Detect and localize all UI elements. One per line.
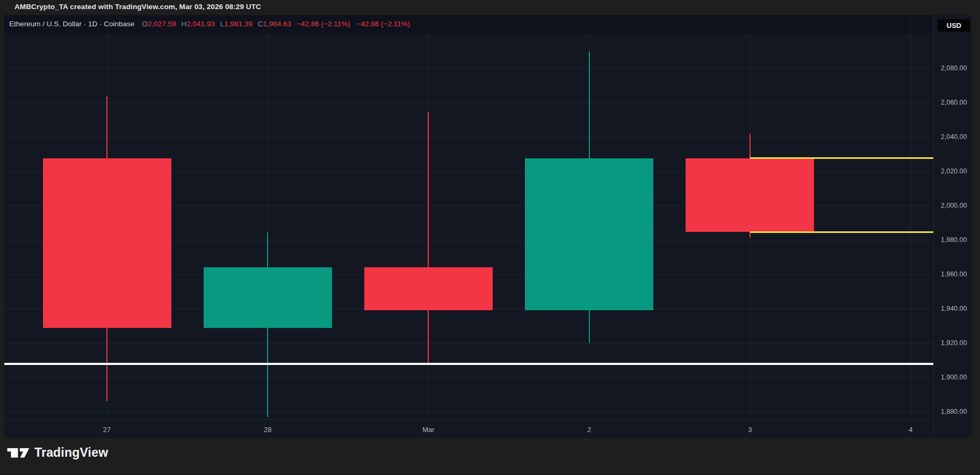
h-gridline <box>4 137 933 137</box>
price-line[interactable] <box>750 231 933 233</box>
tradingview-screenshot: AMBCrypto_TA created with TradingView.co… <box>0 0 980 475</box>
candle-body <box>364 267 493 310</box>
candle-body <box>204 267 332 328</box>
h-gridline <box>4 103 933 103</box>
attribution-bar: AMBCrypto_TA created with TradingView.co… <box>15 3 261 13</box>
x-tick-label: 28 <box>264 426 271 434</box>
candle-body <box>525 158 653 310</box>
h-gridline <box>4 68 933 69</box>
chart-widget: Ethereum / U.S. Dollar · 1D · Coinbase O… <box>4 15 971 438</box>
h-gridline <box>4 412 933 412</box>
y-tick-label: 1,920.00 <box>941 339 972 347</box>
y-tick-label: 2,060.00 <box>941 99 972 106</box>
change-absolute-percent-2: −42.86 (−2.11%) <box>357 20 410 28</box>
symbol-legend: Ethereum / U.S. Dollar · 1D · Coinbase O… <box>9 20 416 28</box>
ohlc-high: H2,041.93 <box>181 20 214 28</box>
tradingview-logo-text: TradingView <box>34 445 108 460</box>
y-tick-label: 1,900.00 <box>941 374 972 381</box>
y-tick-label: 1,960.00 <box>941 271 972 278</box>
price-line[interactable] <box>4 363 933 365</box>
v-gridline <box>911 15 911 419</box>
x-tick-label: 27 <box>103 426 111 434</box>
symbol-title[interactable]: Ethereum / U.S. Dollar · 1D · Coinbase <box>9 20 134 28</box>
y-tick-label: 1,980.00 <box>941 236 972 244</box>
candle-body <box>686 158 814 232</box>
ohlc-close: C1,984.63 <box>258 20 291 28</box>
change-absolute-percent: −42.86 (−2.11%) <box>297 20 350 28</box>
y-tick-label: 1,880.00 <box>941 408 972 415</box>
y-tick-label: 2,040.00 <box>941 133 972 141</box>
candle-wick <box>428 112 429 364</box>
y-tick-label: 2,000.00 <box>941 202 972 209</box>
candle-body <box>43 158 171 328</box>
x-tick-label: 3 <box>748 426 752 434</box>
x-tick-label: Mar <box>422 426 434 434</box>
price-line[interactable] <box>750 157 933 159</box>
y-tick-label: 2,080.00 <box>941 64 972 72</box>
price-axis[interactable]: 2,080.002,060.002,040.002,020.002,000.00… <box>933 15 972 438</box>
h-gridline <box>4 343 933 344</box>
tradingview-logo-icon <box>7 446 30 459</box>
y-tick-label: 2,020.00 <box>941 167 972 175</box>
time-axis[interactable]: 2728Mar234 <box>4 419 933 439</box>
x-tick-label: 2 <box>587 426 591 434</box>
ohlc-open: O2,027.59 <box>142 20 176 28</box>
footer: TradingView <box>7 445 108 460</box>
y-tick-label: 1,940.00 <box>941 305 972 312</box>
plot-area[interactable] <box>4 15 933 438</box>
h-gridline <box>4 377 933 378</box>
ohlc-low: L1,981.39 <box>220 20 253 28</box>
x-tick-label: 4 <box>909 426 912 434</box>
